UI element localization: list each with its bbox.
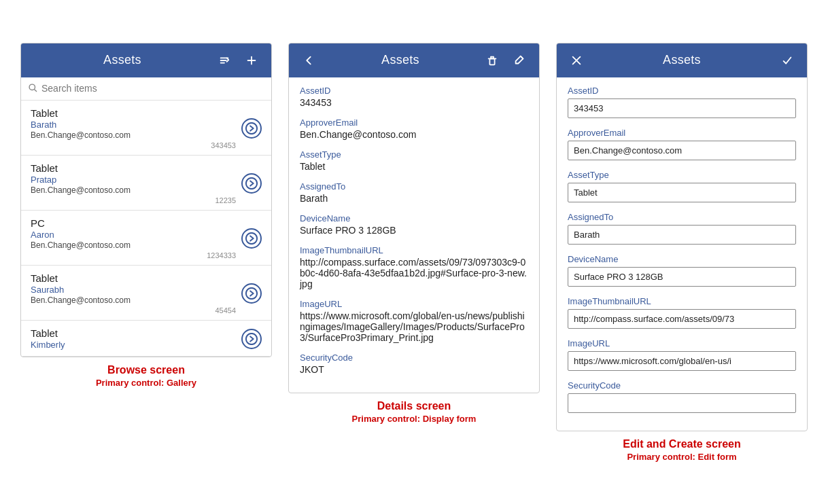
- edit-screen: Assets AssetID ApproverEmail AssetType: [556, 43, 808, 431]
- edit-label: AssetType: [568, 170, 796, 180]
- list-item-left: Tablet Saurabh Ben.Change@contoso.com 45…: [31, 272, 236, 314]
- svg-point-11: [246, 333, 257, 344]
- detail-value: Tablet: [300, 161, 528, 172]
- edit-input-securitycode[interactable]: [568, 393, 796, 413]
- details-title: Assets: [319, 53, 482, 67]
- browse-screen-wrapper: Assets: [20, 43, 272, 388]
- edit-input-assettype[interactable]: [568, 183, 796, 202]
- search-input[interactable]: [41, 83, 264, 94]
- details-screen-wrapper: Assets: [288, 43, 540, 424]
- save-icon[interactable]: [777, 53, 797, 68]
- list-item-arrow[interactable]: [241, 228, 262, 249]
- list-item-name: Saurabh: [31, 285, 236, 295]
- edit-svg: [513, 54, 525, 67]
- edit-field: SecurityCode: [568, 380, 796, 413]
- browse-label-main: Browse screen: [96, 364, 196, 376]
- list-item[interactable]: Tablet Kimberly: [21, 321, 271, 357]
- arrow-right-icon: [245, 122, 258, 134]
- detail-field: AssignedTo Barath: [300, 181, 528, 204]
- list-item-arrow[interactable]: [241, 118, 262, 139]
- list-item-type: Tablet: [31, 327, 236, 339]
- detail-label: ImageURL: [300, 299, 528, 309]
- detail-field: SecurityCode JKOT: [300, 353, 528, 375]
- details-screen: Assets: [288, 43, 540, 393]
- list-item-arrow[interactable]: [241, 173, 262, 194]
- edit-field: AssignedTo: [568, 212, 796, 245]
- detail-field: ApproverEmail Ben.Change@contoso.com: [300, 118, 528, 140]
- arrow-right-icon: [245, 232, 258, 245]
- edit-field: AssetID: [568, 86, 796, 118]
- arrow-right-icon: [245, 177, 258, 190]
- edit-label: AssignedTo: [568, 212, 796, 222]
- list-item-email: Ben.Change@contoso.com: [31, 185, 236, 195]
- list-item[interactable]: PC Aaron Ben.Change@contoso.com 1234333: [21, 211, 271, 266]
- detail-field: ImageURL https://www.microsoft.com/globa…: [300, 299, 528, 343]
- svg-line-17: [521, 56, 523, 58]
- list-item-left: Tablet Kimberly: [31, 327, 236, 350]
- edit-input-assetid[interactable]: [568, 98, 796, 118]
- list-item[interactable]: Tablet Barath Ben.Change@contoso.com 343…: [21, 101, 271, 156]
- back-svg: [303, 54, 315, 67]
- list-item-name: Pratap: [31, 175, 236, 185]
- list-item-left: Tablet Pratap Ben.Change@contoso.com 122…: [31, 162, 236, 204]
- search-bar: [21, 77, 271, 101]
- list-item-id: 1234333: [31, 251, 236, 259]
- browse-screen: Assets: [20, 43, 272, 357]
- list-item-name: Barath: [31, 120, 236, 130]
- edit-labels: Edit and Create screen Primary control: …: [623, 438, 740, 462]
- detail-label: AssetType: [300, 149, 528, 160]
- browse-title: Assets: [31, 53, 214, 67]
- edit-input-devicename[interactable]: [568, 267, 796, 287]
- detail-value: Ben.Change@contoso.com: [300, 129, 528, 140]
- list-item-id: 12235: [31, 196, 236, 204]
- add-icon[interactable]: [241, 53, 262, 68]
- detail-label: DeviceName: [300, 213, 528, 223]
- detail-field: ImageThumbnailURL http://compass.surface…: [300, 245, 528, 289]
- browse-label-sub: Primary control: Gallery: [96, 378, 196, 388]
- edit-label: ImageURL: [568, 338, 796, 348]
- detail-value: Barath: [300, 193, 528, 204]
- svg-point-8: [246, 177, 257, 188]
- edit-field: ImageThumbnailURL: [568, 296, 796, 329]
- details-header: Assets: [289, 43, 539, 77]
- edit-field: AssetType: [568, 170, 796, 202]
- list-item-left: Tablet Barath Ben.Change@contoso.com 343…: [31, 107, 236, 149]
- sort-icon[interactable]: [214, 53, 235, 68]
- detail-field: AssetType Tablet: [300, 149, 528, 172]
- delete-svg: [486, 54, 498, 67]
- list-item[interactable]: Tablet Saurabh Ben.Change@contoso.com 45…: [21, 266, 271, 321]
- detail-value: JKOT: [300, 364, 528, 375]
- search-icon: [28, 83, 37, 94]
- cancel-svg: [570, 54, 583, 67]
- svg-rect-12: [489, 58, 494, 65]
- detail-value: Surface PRO 3 128GB: [300, 225, 528, 236]
- list-item-left: PC Aaron Ben.Change@contoso.com 1234333: [31, 217, 236, 259]
- back-icon[interactable]: [298, 53, 319, 68]
- list-item-arrow[interactable]: [241, 329, 262, 349]
- detail-label: ApproverEmail: [300, 118, 528, 128]
- edit-label: DeviceName: [568, 254, 796, 264]
- edit-title: Assets: [587, 53, 777, 67]
- edit-body: AssetID ApproverEmail AssetType Assigned…: [557, 77, 807, 431]
- edit-header: Assets: [557, 43, 807, 77]
- svg-point-9: [246, 232, 257, 243]
- edit-icon[interactable]: [509, 53, 530, 68]
- edit-input-assignedto[interactable]: [568, 225, 796, 245]
- list-item-email: Ben.Change@contoso.com: [31, 240, 236, 250]
- list-item[interactable]: Tablet Pratap Ben.Change@contoso.com 122…: [21, 156, 271, 211]
- edit-input-approveremail[interactable]: [568, 141, 796, 160]
- detail-label: AssetID: [300, 86, 528, 96]
- svg-point-7: [246, 122, 257, 133]
- list-item-type: Tablet: [31, 107, 236, 119]
- edit-input-imagethumbnailurl[interactable]: [568, 309, 796, 329]
- list-item-arrow[interactable]: [241, 283, 262, 304]
- list-item-id: 343453: [31, 141, 236, 149]
- details-header-icons: [482, 53, 530, 68]
- detail-label: SecurityCode: [300, 353, 528, 363]
- edit-label: AssetID: [568, 86, 796, 96]
- cancel-icon[interactable]: [566, 53, 587, 68]
- delete-icon[interactable]: [482, 53, 502, 68]
- details-label-main: Details screen: [352, 400, 477, 412]
- edit-input-imageurl[interactable]: [568, 351, 796, 371]
- edit-field: ImageURL: [568, 338, 796, 371]
